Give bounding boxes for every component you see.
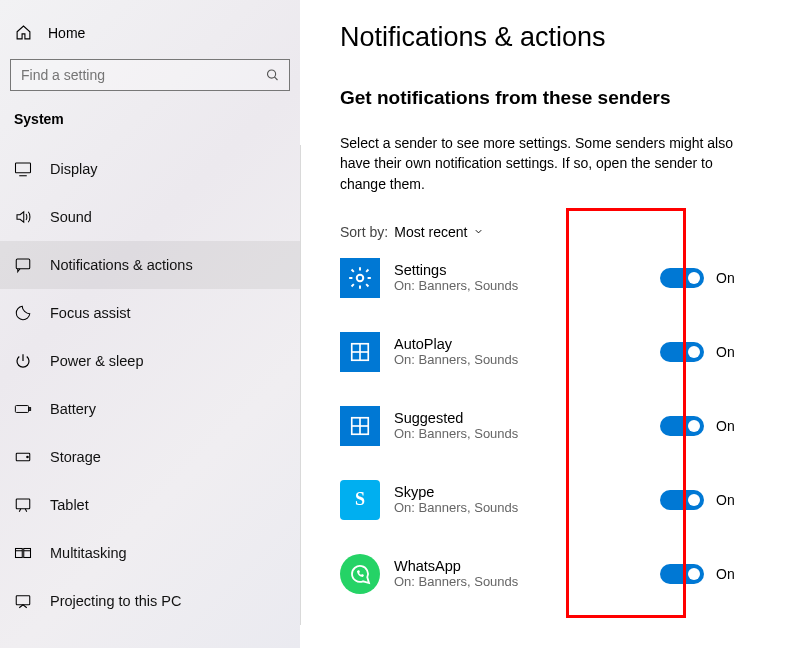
sender-row-skype[interactable]: S Skype On: Banners, Sounds On — [340, 480, 756, 520]
svg-rect-2 — [16, 163, 31, 173]
toggle-state: On — [716, 566, 735, 582]
svg-point-15 — [357, 275, 364, 282]
section-subheading: Get notifications from these senders — [340, 87, 756, 109]
sidebar-item-display[interactable]: Display — [0, 145, 300, 193]
toggle-whatsapp[interactable] — [660, 564, 704, 584]
sidebar-item-projecting[interactable]: Projecting to this PC — [0, 577, 300, 625]
svg-rect-14 — [16, 596, 30, 605]
sound-icon — [14, 208, 32, 226]
sidebar-item-multitasking[interactable]: Multitasking — [0, 529, 300, 577]
focus-assist-icon — [14, 304, 32, 322]
toggle-settings[interactable] — [660, 268, 704, 288]
toggle-state: On — [716, 344, 735, 360]
toggle-skype[interactable] — [660, 490, 704, 510]
sort-row: Sort by: Most recent — [340, 224, 756, 240]
home-label: Home — [48, 25, 85, 41]
sender-sub: On: Banners, Sounds — [394, 352, 646, 367]
section-description: Select a sender to see more settings. So… — [340, 133, 756, 194]
storage-icon — [14, 448, 32, 466]
sidebar-item-label: Sound — [50, 209, 92, 225]
sidebar-item-label: Display — [50, 161, 98, 177]
tablet-icon — [14, 496, 32, 514]
sidebar-item-label: Tablet — [50, 497, 89, 513]
multitasking-icon — [14, 544, 32, 562]
sender-name: Settings — [394, 262, 646, 278]
suggested-app-icon — [340, 406, 380, 446]
svg-rect-10 — [16, 549, 23, 558]
sender-row-whatsapp[interactable]: WhatsApp On: Banners, Sounds On — [340, 554, 756, 594]
sidebar-item-sound[interactable]: Sound — [0, 193, 300, 241]
notifications-icon — [14, 256, 32, 274]
svg-text:S: S — [355, 489, 365, 509]
section-title: System — [0, 109, 300, 145]
sender-sub: On: Banners, Sounds — [394, 574, 646, 589]
skype-app-icon: S — [340, 480, 380, 520]
nav-list: Display Sound Notifications & actions Fo… — [0, 145, 301, 625]
autoplay-app-icon — [340, 332, 380, 372]
sidebar-item-notifications[interactable]: Notifications & actions — [0, 241, 300, 289]
page-title: Notifications & actions — [340, 22, 756, 53]
battery-icon — [14, 400, 32, 418]
sidebar-item-label: Storage — [50, 449, 101, 465]
power-icon — [14, 352, 32, 370]
toggle-state: On — [716, 270, 735, 286]
sidebar-item-label: Power & sleep — [50, 353, 144, 369]
sort-label: Sort by: — [340, 224, 388, 240]
sender-name: Skype — [394, 484, 646, 500]
sender-row-suggested[interactable]: Suggested On: Banners, Sounds On — [340, 406, 756, 446]
sender-name: AutoPlay — [394, 336, 646, 352]
sort-value-text: Most recent — [394, 224, 467, 240]
sidebar-item-power-sleep[interactable]: Power & sleep — [0, 337, 300, 385]
sidebar-item-label: Projecting to this PC — [50, 593, 181, 609]
sender-sub: On: Banners, Sounds — [394, 278, 646, 293]
svg-point-8 — [27, 456, 29, 458]
sender-sub: On: Banners, Sounds — [394, 426, 646, 441]
sort-dropdown[interactable]: Most recent — [394, 224, 484, 240]
sidebar-item-storage[interactable]: Storage — [0, 433, 300, 481]
projecting-icon — [14, 592, 32, 610]
toggle-state: On — [716, 418, 735, 434]
home-nav[interactable]: Home — [0, 18, 300, 59]
chevron-down-icon — [473, 226, 484, 237]
toggle-state: On — [716, 492, 735, 508]
svg-rect-6 — [29, 408, 30, 411]
sender-name: WhatsApp — [394, 558, 646, 574]
toggle-autoplay[interactable] — [660, 342, 704, 362]
sender-list: Settings On: Banners, Sounds On AutoPlay… — [340, 258, 756, 594]
sidebar: Home System Display Sound Notif — [0, 0, 300, 648]
svg-rect-11 — [24, 549, 31, 558]
sidebar-item-battery[interactable]: Battery — [0, 385, 300, 433]
main-content: Notifications & actions Get notification… — [300, 0, 796, 648]
svg-rect-5 — [15, 406, 28, 413]
sidebar-item-focus-assist[interactable]: Focus assist — [0, 289, 300, 337]
sender-sub: On: Banners, Sounds — [394, 500, 646, 515]
sender-row-settings[interactable]: Settings On: Banners, Sounds On — [340, 258, 756, 298]
home-icon — [14, 24, 32, 41]
toggle-suggested[interactable] — [660, 416, 704, 436]
sender-row-autoplay[interactable]: AutoPlay On: Banners, Sounds On — [340, 332, 756, 372]
settings-app-icon — [340, 258, 380, 298]
sender-name: Suggested — [394, 410, 646, 426]
sidebar-item-label: Notifications & actions — [50, 257, 193, 273]
sidebar-item-label: Focus assist — [50, 305, 131, 321]
search-input[interactable] — [10, 59, 290, 91]
display-icon — [14, 160, 32, 178]
whatsapp-app-icon — [340, 554, 380, 594]
sidebar-item-label: Multitasking — [50, 545, 127, 561]
svg-rect-9 — [16, 499, 30, 509]
sidebar-item-label: Battery — [50, 401, 96, 417]
svg-rect-4 — [16, 259, 30, 269]
sidebar-item-tablet[interactable]: Tablet — [0, 481, 300, 529]
